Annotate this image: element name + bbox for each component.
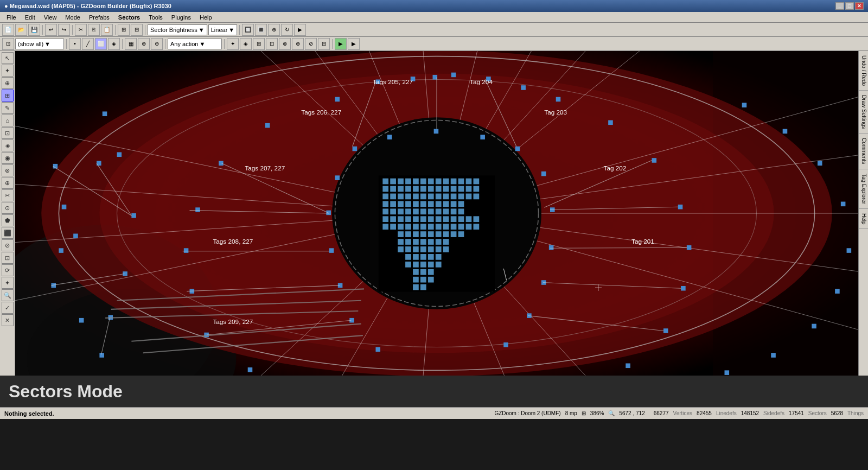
svg-rect-85 [398, 208, 404, 214]
tool-grid[interactable]: ⊞ [2, 90, 14, 101]
menu-edit[interactable]: Edit [21, 13, 40, 22]
svg-rect-137 [405, 246, 411, 252]
tool-hex[interactable]: ⬟ [2, 214, 14, 226]
tool-pencil[interactable]: ✎ [2, 102, 14, 114]
map-canvas[interactable]: Tags 205, 227 Tag 204 Tags 206, 227 Tag … [15, 51, 858, 376]
menu-help[interactable]: Help [195, 13, 216, 22]
svg-rect-176 [687, 245, 692, 250]
view-grid[interactable]: ▦ [125, 38, 137, 50]
mode-things[interactable]: ◈ [108, 38, 120, 50]
menu-plugins[interactable]: Plugins [167, 13, 195, 22]
misc-btn6[interactable]: ⊕ [292, 38, 304, 50]
svg-rect-109 [398, 224, 404, 230]
tool-plus[interactable]: ⊕ [2, 177, 14, 189]
btn-d[interactable]: ↻ [281, 24, 293, 36]
interpolation-dropdown[interactable]: Linear ▼ [208, 24, 237, 35]
svg-rect-51 [420, 186, 426, 192]
tool-zoom[interactable]: 🔍 [2, 289, 14, 301]
misc-btn1[interactable]: ✦ [227, 38, 239, 50]
action-dropdown[interactable]: Any action ▼ [168, 39, 222, 49]
svg-rect-100 [428, 216, 434, 222]
misc-btn3[interactable]: ⊞ [253, 38, 265, 50]
tool-check[interactable]: ✓ [2, 302, 14, 314]
svg-rect-173 [195, 207, 200, 212]
menu-sectors[interactable]: Sectors [114, 13, 144, 22]
menu-prefabs[interactable]: Prefabs [85, 13, 114, 22]
misc-btn8[interactable]: ⊟ [318, 38, 330, 50]
tool-rect[interactable]: ⊡ [2, 127, 14, 139]
run-button[interactable]: ▶ [335, 38, 347, 50]
svg-rect-212 [725, 370, 730, 375]
filter-dropdown[interactable]: (show all) ▼ [15, 39, 64, 49]
maximize-button[interactable]: □ [845, 2, 854, 10]
misc-btn4[interactable]: ⊡ [266, 38, 278, 50]
tool-star[interactable]: ✦ [2, 65, 14, 77]
open-button[interactable]: 📂 [15, 24, 27, 36]
tool-dot[interactable]: ⊙ [2, 202, 14, 214]
tab-draw-settings[interactable]: Draw Settings [859, 91, 868, 134]
paste-button[interactable]: 📋 [101, 24, 113, 36]
menu-mode[interactable]: Mode [61, 13, 85, 22]
tool-square[interactable]: ⬛ [2, 227, 14, 239]
cut-button[interactable]: ✂ [75, 24, 87, 36]
svg-rect-99 [420, 216, 426, 222]
svg-rect-208 [847, 248, 852, 253]
svg-rect-38 [420, 179, 426, 185]
misc-btn7[interactable]: ⊘ [305, 38, 317, 50]
copy-button[interactable]: ⎘ [88, 24, 100, 36]
save-button[interactable]: 💾 [28, 24, 40, 36]
tab-comments[interactable]: Comments [859, 134, 868, 169]
filter-arrow: ▼ [44, 41, 50, 47]
svg-text:Tags 205, 227: Tags 205, 227 [373, 78, 413, 85]
close-button[interactable]: ✕ [855, 2, 864, 10]
engine-label: GZDoom : Doom 2 (UDMF) [494, 410, 560, 416]
redo-button[interactable]: ↪ [58, 24, 70, 36]
menu-view[interactable]: View [40, 13, 61, 22]
svg-rect-107 [382, 224, 388, 230]
svg-rect-97 [405, 216, 411, 222]
tool-star2[interactable]: ✦ [2, 277, 14, 289]
sep5 [239, 25, 240, 35]
svg-rect-172 [652, 158, 657, 163]
grid-button[interactable]: ⊟ [131, 24, 143, 36]
mode-vertices[interactable]: • [69, 38, 81, 50]
tool-pointer[interactable]: ↖ [2, 52, 14, 64]
view-zoom-in[interactable]: ⊕ [138, 38, 150, 50]
new-button[interactable]: 📄 [2, 24, 14, 36]
mode-sectors[interactable]: ⬜ [95, 38, 107, 50]
tab-help[interactable]: Help [859, 209, 868, 230]
tool-diamond[interactable]: ◈ [2, 139, 14, 151]
mode-lines[interactable]: ╱ [82, 38, 94, 50]
tool-circle[interactable]: ◉ [2, 152, 14, 164]
tab-undo-redo[interactable]: Undo / Redo [859, 51, 868, 91]
misc-btn2[interactable]: ◈ [240, 38, 252, 50]
misc-btn5[interactable]: ⊗ [279, 38, 291, 50]
btn-c[interactable]: ⊕ [268, 24, 280, 36]
menu-tools[interactable]: Tools [144, 13, 167, 22]
snap-button[interactable]: ⊞ [118, 24, 130, 36]
tool-x[interactable]: ✕ [2, 314, 14, 326]
tool-cross[interactable]: ⊗ [2, 164, 14, 176]
tab-tag-explorer[interactable]: Tag Explorer [859, 169, 868, 209]
svg-rect-139 [420, 246, 426, 252]
tool-slash[interactable]: ⊘ [2, 239, 14, 251]
btn-b[interactable]: 🔳 [255, 24, 267, 36]
undo-button[interactable]: ↩ [45, 24, 57, 36]
menu-file[interactable]: File [2, 13, 21, 22]
svg-rect-75 [405, 201, 411, 207]
tool-home[interactable]: ⌂ [2, 115, 14, 126]
btn-a[interactable]: 🔲 [242, 24, 254, 36]
svg-rect-168 [556, 97, 561, 102]
brightness-dropdown[interactable]: Sector Brightness ▼ [148, 24, 207, 35]
svg-rect-105 [466, 216, 472, 222]
tool-box[interactable]: ⊡ [2, 252, 14, 264]
tool-rotate[interactable]: ⟳ [2, 264, 14, 276]
svg-rect-189 [480, 135, 485, 139]
minimize-button[interactable]: _ [835, 2, 844, 10]
run2-button[interactable]: ▶ [348, 38, 360, 50]
tool-scissors[interactable]: ✂ [2, 189, 14, 201]
view-zoom-out[interactable]: ⊖ [151, 38, 163, 50]
svg-rect-55 [451, 186, 457, 192]
tool-add[interactable]: ⊕ [2, 77, 14, 89]
btn-e[interactable]: ▶ [294, 24, 306, 36]
